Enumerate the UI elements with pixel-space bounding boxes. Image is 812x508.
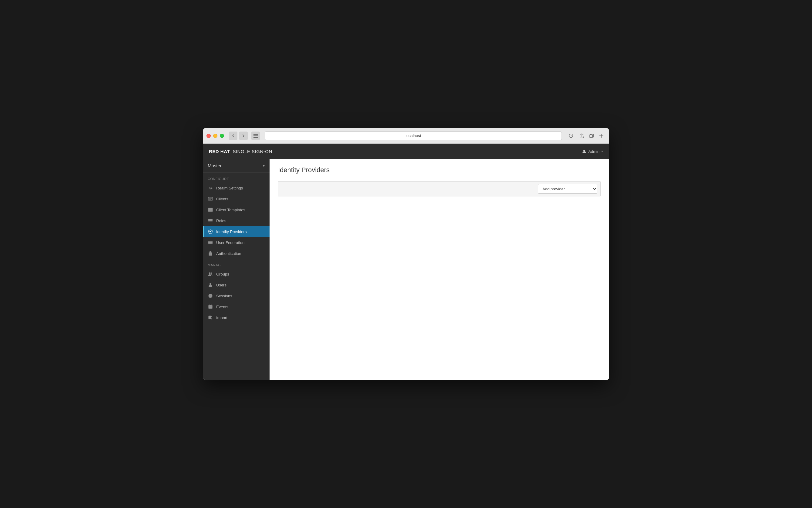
- sidebar-toggle-button[interactable]: [251, 132, 260, 140]
- groups-icon: [208, 271, 213, 277]
- sidebar-item-users[interactable]: Users: [203, 280, 270, 290]
- import-label: Import: [216, 315, 228, 320]
- templates-icon: [208, 207, 213, 212]
- groups-label: Groups: [216, 272, 229, 277]
- clients-icon: [208, 196, 213, 202]
- sidebar-item-import[interactable]: Import: [203, 312, 270, 323]
- sidebar-item-events[interactable]: Events: [203, 301, 270, 312]
- browser-nav: [229, 132, 248, 140]
- realm-settings-label: Realm Settings: [216, 186, 243, 190]
- sessions-label: Sessions: [216, 294, 232, 298]
- svg-rect-2: [253, 137, 258, 138]
- toolbar: Add provider... SAML v2.0 OpenID Connect…: [278, 181, 601, 197]
- user-icon: [582, 149, 586, 153]
- product-name: SINGLE SIGN-ON: [233, 149, 272, 154]
- svg-rect-0: [253, 134, 258, 135]
- sidebar-item-identity-providers[interactable]: Identity Providers: [203, 226, 270, 237]
- sidebar-item-authentication[interactable]: Authentication: [203, 248, 270, 259]
- user-chevron: ▾: [601, 150, 603, 153]
- browser-window: localhost RED HAT SINGLE SIGN-ON: [203, 128, 609, 380]
- sidebar-item-sessions[interactable]: Sessions: [203, 290, 270, 301]
- svg-point-15: [209, 272, 211, 274]
- identity-icon: [208, 229, 213, 234]
- users-icon: [208, 282, 213, 288]
- logo-text: RED HAT SINGLE SIGN-ON: [209, 149, 272, 154]
- app-body: Master ▾ Configure Realm Settings Client…: [203, 159, 609, 380]
- realm-name: Master: [208, 163, 221, 168]
- svg-rect-9: [208, 220, 212, 221]
- clients-label: Clients: [216, 197, 228, 201]
- app-header: RED HAT SINGLE SIGN-ON Admin ▾: [203, 144, 609, 159]
- forward-button[interactable]: [239, 132, 248, 140]
- svg-rect-10: [208, 221, 212, 222]
- new-tab-button[interactable]: [597, 132, 606, 140]
- minimize-button[interactable]: [213, 134, 217, 138]
- svg-point-7: [209, 209, 210, 210]
- svg-rect-3: [590, 135, 593, 138]
- client-templates-label: Client Templates: [216, 208, 245, 212]
- sidebar-item-client-templates[interactable]: Client Templates: [203, 204, 270, 215]
- address-bar[interactable]: localhost: [265, 131, 562, 140]
- svg-point-17: [209, 283, 211, 285]
- svg-rect-12: [208, 242, 212, 243]
- back-button[interactable]: [229, 132, 237, 140]
- close-button[interactable]: [206, 134, 211, 138]
- auth-icon: [208, 251, 213, 256]
- events-icon: [208, 304, 213, 309]
- sidebar: Master ▾ Configure Realm Settings Client…: [203, 159, 270, 380]
- brand-name: RED HAT: [209, 149, 230, 154]
- svg-point-16: [211, 272, 212, 274]
- user-federation-label: User Federation: [216, 240, 244, 245]
- svg-rect-5: [208, 197, 212, 200]
- add-provider-select[interactable]: Add provider... SAML v2.0 OpenID Connect…: [538, 184, 597, 194]
- sessions-icon: [208, 293, 213, 299]
- user-menu[interactable]: Admin ▾: [582, 149, 603, 154]
- authentication-label: Authentication: [216, 251, 241, 256]
- svg-point-14: [210, 254, 211, 255]
- svg-rect-8: [208, 219, 212, 220]
- sidebar-item-realm-settings[interactable]: Realm Settings: [203, 182, 270, 194]
- maximize-button[interactable]: [220, 134, 224, 138]
- svg-rect-20: [209, 316, 211, 319]
- realm-selector[interactable]: Master ▾: [203, 159, 270, 173]
- browser-titlebar: localhost: [203, 128, 609, 144]
- realm-chevron-icon: ▾: [263, 164, 265, 168]
- identity-providers-label: Identity Providers: [216, 229, 246, 234]
- users-label: Users: [216, 283, 227, 287]
- configure-section-label: Configure: [203, 173, 270, 182]
- svg-rect-11: [208, 241, 212, 242]
- federation-icon: [208, 240, 213, 245]
- duplicate-button[interactable]: [587, 132, 596, 140]
- sidebar-item-groups[interactable]: Groups: [203, 268, 270, 280]
- sidebar-item-clients[interactable]: Clients: [203, 194, 270, 204]
- import-icon: [208, 315, 213, 321]
- roles-label: Roles: [216, 218, 226, 223]
- svg-rect-13: [208, 243, 212, 244]
- main-content: Identity Providers Add provider... SAML …: [270, 159, 609, 380]
- sidebar-item-user-federation[interactable]: User Federation: [203, 237, 270, 248]
- svg-rect-19: [209, 305, 212, 308]
- app-container: RED HAT SINGLE SIGN-ON Admin ▾ Master ▾: [203, 144, 609, 380]
- page-title: Identity Providers: [278, 166, 601, 174]
- share-button[interactable]: [578, 132, 586, 140]
- svg-rect-1: [253, 135, 258, 136]
- url-text: localhost: [405, 133, 421, 138]
- browser-actions: [578, 132, 606, 140]
- app-logo: RED HAT SINGLE SIGN-ON: [209, 149, 272, 154]
- sidebar-item-roles[interactable]: Roles: [203, 215, 270, 226]
- refresh-button[interactable]: [567, 132, 575, 140]
- roles-icon: [208, 218, 213, 223]
- manage-section-label: Manage: [203, 259, 270, 268]
- events-label: Events: [216, 305, 228, 309]
- settings-icon: [208, 185, 213, 190]
- user-name: Admin: [588, 149, 600, 154]
